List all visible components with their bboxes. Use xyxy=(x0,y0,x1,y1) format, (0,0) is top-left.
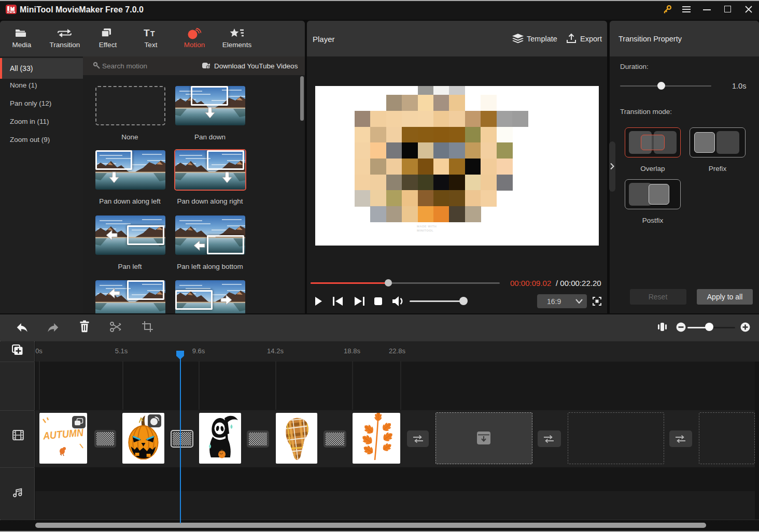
svg-text:AUTUMN: AUTUMN xyxy=(42,427,84,442)
